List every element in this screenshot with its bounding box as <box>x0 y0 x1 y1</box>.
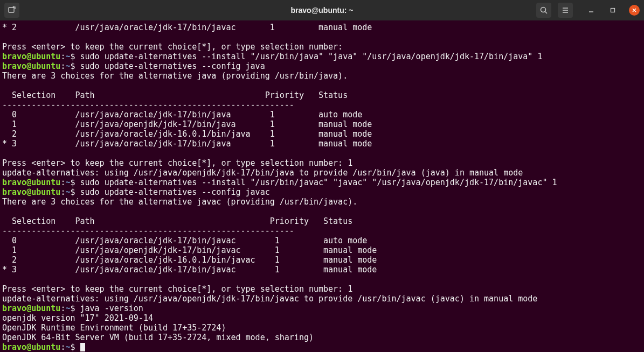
table-header: Selection Path Priority Status <box>2 216 352 226</box>
table-row: * 3 /usr/java/oracle/jdk-17/bin/java 1 m… <box>2 139 372 149</box>
output-line: update-alternatives: using /usr/java/ope… <box>2 294 537 304</box>
command-text: sudo update-alternatives --install "/usr… <box>75 178 557 187</box>
hamburger-icon <box>561 6 570 15</box>
svg-rect-9 <box>611 9 615 12</box>
prompt-dollar: $ <box>70 342 75 352</box>
table-row: 0 /usr/java/oracle/jdk-17/bin/javac 1 au… <box>2 236 367 245</box>
table-row: 1 /usr/java/openjdk/jdk-17/bin/javac 1 m… <box>2 245 377 255</box>
output-line: Press <enter> to keep the current choice… <box>2 158 352 168</box>
prompt-userhost: bravo@ubuntu <box>2 61 60 71</box>
new-tab-icon <box>8 6 16 15</box>
prompt-userhost: bravo@ubuntu <box>2 342 60 352</box>
output-line: OpenJDK 64-Bit Server VM (build 17+35-27… <box>2 333 314 342</box>
output-line: openjdk version "17" 2021-09-14 <box>2 313 153 323</box>
minimize-button[interactable] <box>586 5 597 16</box>
prompt-userhost: bravo@ubuntu <box>2 52 60 61</box>
table-header: Selection Path Priority Status <box>2 90 348 100</box>
table-row: 2 /usr/java/oracle/jdk-16.0.1/bin/java 1… <box>2 129 372 139</box>
search-button[interactable] <box>536 3 551 18</box>
output-line: update-alternatives: using /usr/java/ope… <box>2 168 523 178</box>
menu-button[interactable] <box>558 3 573 18</box>
table-row: 2 /usr/java/oracle/jdk-16.0.1/bin/javac … <box>2 255 377 265</box>
prompt-userhost: bravo@ubuntu <box>2 304 60 313</box>
titlebar-right <box>536 3 640 18</box>
titlebar: bravo@ubuntu: ~ <box>0 0 644 20</box>
svg-rect-0 <box>9 8 14 12</box>
output-line: * 2 /usr/java/oracle/jdk-17/bin/javac 1 … <box>2 23 372 32</box>
prompt-userhost: bravo@ubuntu <box>2 187 60 197</box>
close-icon <box>631 7 638 13</box>
output-line: OpenJDK Runtime Environment (build 17+35… <box>2 323 226 333</box>
table-row: 1 /usr/java/openjdk/jdk-17/bin/java 1 ma… <box>2 119 372 129</box>
output-line: Press <enter> to keep the current choice… <box>2 42 343 52</box>
search-icon <box>539 6 548 15</box>
maximize-button[interactable] <box>607 5 618 16</box>
prompt-userhost: bravo@ubuntu <box>2 178 60 187</box>
output-line: Press <enter> to keep the current choice… <box>2 284 352 294</box>
output-line: There are 3 choices for the alternative … <box>2 71 348 81</box>
close-button[interactable] <box>629 5 640 16</box>
table-row: * 3 /usr/java/oracle/jdk-17/bin/javac 1 … <box>2 265 377 274</box>
window-controls <box>586 5 640 16</box>
command-text: java -version <box>75 304 143 313</box>
cursor <box>80 343 85 351</box>
svg-point-3 <box>541 8 546 12</box>
minimize-icon <box>588 7 594 13</box>
command-text: sudo update-alternatives --config java <box>75 61 265 71</box>
table-row: 0 /usr/java/oracle/jdk-17/bin/java 1 aut… <box>2 110 362 119</box>
table-divider: ----------------------------------------… <box>2 226 294 236</box>
table-divider: ----------------------------------------… <box>2 100 294 110</box>
maximize-icon <box>610 7 616 13</box>
window-title: bravo@ubuntu: ~ <box>291 6 354 15</box>
command-text: sudo update-alternatives --config javac <box>75 187 269 197</box>
new-tab-button[interactable] <box>4 3 19 18</box>
output-line: There are 3 choices for the alternative … <box>2 197 357 207</box>
terminal-output[interactable]: * 2 /usr/java/oracle/jdk-17/bin/javac 1 … <box>0 20 644 352</box>
command-text: sudo update-alternatives --install "/usr… <box>75 52 542 61</box>
svg-line-4 <box>545 12 548 14</box>
